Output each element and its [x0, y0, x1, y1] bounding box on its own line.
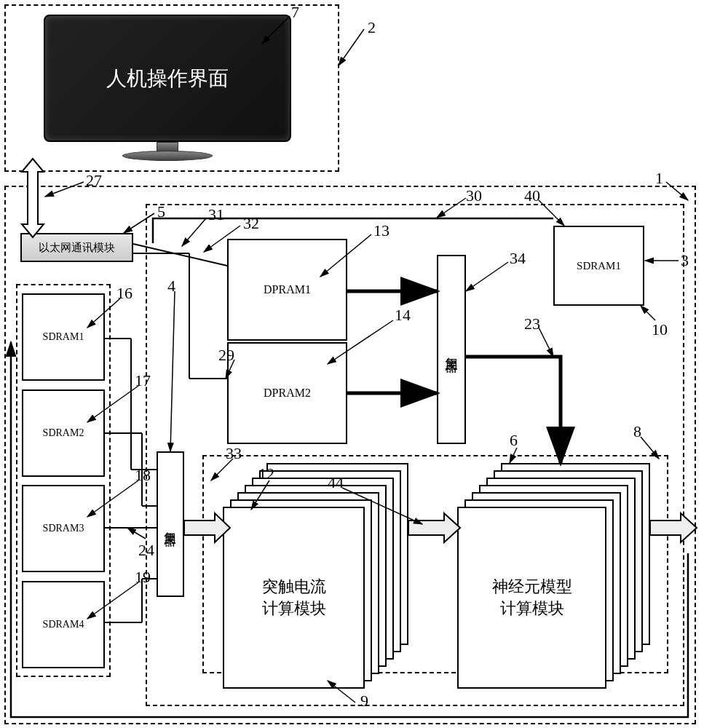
sdram-left-2: SDRAM2	[22, 389, 105, 477]
dpram1-label: DPRAM1	[264, 283, 311, 296]
dpram1: DPRAM1	[227, 239, 347, 341]
sdram-left-2-label: SDRAM2	[43, 427, 84, 439]
sdram-right: SDRAM1	[553, 226, 644, 306]
synapse-module: 突触电流 计算模块	[223, 507, 365, 689]
neuron-label: 神经元模型 计算模块	[492, 576, 572, 620]
sdram-left-1: SDRAM1	[22, 293, 105, 381]
dpram2: DPRAM2	[227, 342, 347, 444]
sdram-left-4: SDRAM4	[22, 581, 105, 668]
mux-right-label: 复用器	[443, 347, 460, 352]
svg-line-1	[339, 29, 364, 66]
monitor-stand-base	[122, 151, 213, 161]
sdram-left-1-label: SDRAM1	[43, 331, 84, 343]
sdram-left-4-label: SDRAM4	[43, 619, 84, 630]
ref-2: 2	[368, 18, 376, 37]
neuron-module: 神经元模型 计算模块	[457, 507, 606, 689]
mux-left: 复用器	[157, 451, 184, 597]
sdram-left-3-label: SDRAM3	[43, 523, 84, 534]
synapse-label: 突触电流 计算模块	[262, 576, 326, 620]
mux-right: 复用器	[437, 255, 466, 444]
mux-left-label: 复用器	[162, 522, 179, 526]
monitor: 人机操作界面	[44, 15, 291, 142]
ethernet-module: 以太网通讯模块	[20, 233, 133, 262]
sdram-left-3: SDRAM3	[22, 485, 105, 572]
ethernet-label: 以太网通讯模块	[39, 241, 115, 255]
sdram-right-label: SDRAM1	[577, 260, 621, 272]
dpram2-label: DPRAM2	[264, 387, 311, 400]
monitor-screen-label: 人机操作界面	[45, 16, 290, 141]
